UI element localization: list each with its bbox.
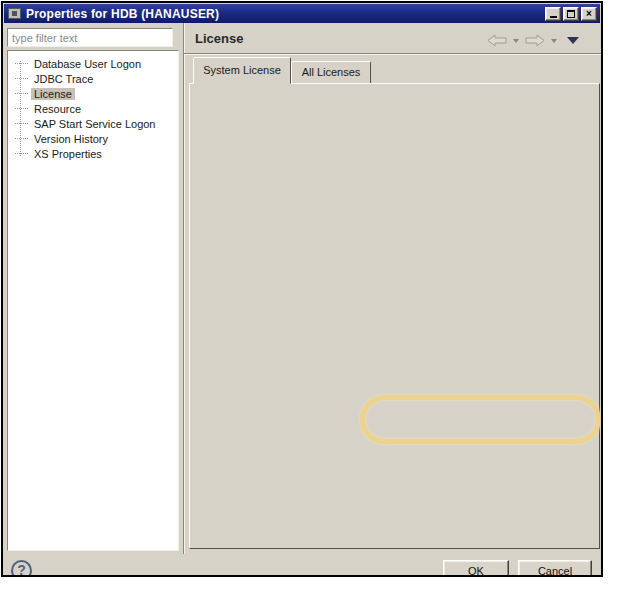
titlebar[interactable]: Properties for HDB (HANAUSER) ×	[4, 4, 600, 23]
tree-connector	[15, 138, 28, 139]
sidebar-item-sap-start-service-logon[interactable]: SAP Start Service Logon	[8, 116, 178, 131]
tab-all-licenses[interactable]: All Licenses	[291, 61, 371, 84]
back-dropdown-icon[interactable]	[513, 39, 519, 43]
sidebar-tree: Database User Logon JDBC Trace License R…	[7, 50, 179, 551]
window-title: Properties for HDB (HANAUSER)	[26, 7, 219, 21]
forward-button[interactable]	[525, 34, 545, 47]
maximize-button[interactable]	[563, 7, 579, 21]
sidebar-item-xs-properties[interactable]: XS Properties	[8, 146, 178, 161]
sidebar-item-version-history[interactable]: Version History	[8, 131, 178, 146]
tree-connector	[15, 123, 28, 124]
sidebar-item-resource[interactable]: Resource	[8, 101, 178, 116]
back-button[interactable]	[487, 34, 507, 47]
tree-connector	[15, 63, 28, 64]
tab-content-panel	[189, 83, 600, 549]
ok-button[interactable]: OK	[443, 560, 509, 577]
forward-dropdown-icon[interactable]	[551, 39, 557, 43]
minimize-button[interactable]	[545, 7, 561, 21]
tab-system-license[interactable]: System License	[193, 57, 291, 84]
properties-dialog: Properties for HDB (HANAUSER) × Database…	[1, 1, 603, 577]
view-menu-icon[interactable]	[567, 37, 579, 44]
tree-connector	[20, 61, 21, 156]
tree-connector	[15, 93, 28, 94]
back-arrow-icon	[487, 34, 507, 47]
page-title: License	[195, 31, 243, 46]
cancel-button[interactable]: Cancel	[518, 560, 592, 577]
sidebar-item-jdbc-trace[interactable]: JDBC Trace	[8, 71, 178, 86]
navigation-toolbar	[487, 34, 579, 47]
sidebar-item-database-user-logon[interactable]: Database User Logon	[8, 56, 178, 71]
panel-divider	[183, 23, 185, 554]
help-button[interactable]: ?	[11, 560, 32, 577]
maximize-icon	[567, 10, 575, 18]
filter-input[interactable]	[7, 28, 173, 47]
forward-arrow-icon	[525, 34, 545, 47]
close-button[interactable]: ×	[581, 7, 597, 21]
window-icon	[8, 8, 21, 19]
tree-connector	[15, 153, 28, 154]
sidebar-item-license[interactable]: License	[8, 86, 178, 101]
minimize-icon	[550, 16, 557, 18]
close-icon: ×	[586, 9, 592, 19]
header-separator	[184, 53, 601, 55]
tree-connector	[15, 78, 28, 79]
tree-connector	[15, 108, 28, 109]
